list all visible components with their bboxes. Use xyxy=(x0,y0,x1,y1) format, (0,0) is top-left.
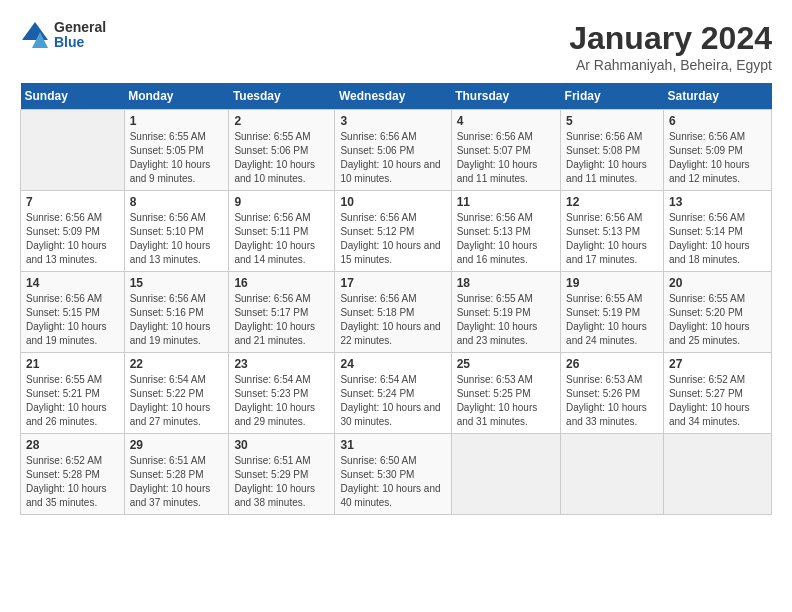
day-info: Sunrise: 6:55 AM Sunset: 5:06 PM Dayligh… xyxy=(234,130,329,186)
day-info: Sunrise: 6:54 AM Sunset: 5:22 PM Dayligh… xyxy=(130,373,224,429)
day-info: Sunrise: 6:54 AM Sunset: 5:23 PM Dayligh… xyxy=(234,373,329,429)
day-info: Sunrise: 6:56 AM Sunset: 5:09 PM Dayligh… xyxy=(26,211,119,267)
header-tuesday: Tuesday xyxy=(229,83,335,110)
day-info: Sunrise: 6:56 AM Sunset: 5:13 PM Dayligh… xyxy=(457,211,555,267)
day-number: 26 xyxy=(566,357,658,371)
day-number: 25 xyxy=(457,357,555,371)
day-number: 4 xyxy=(457,114,555,128)
day-number: 1 xyxy=(130,114,224,128)
day-info: Sunrise: 6:55 AM Sunset: 5:20 PM Dayligh… xyxy=(669,292,766,348)
day-number: 29 xyxy=(130,438,224,452)
day-cell: 9Sunrise: 6:56 AM Sunset: 5:11 PM Daylig… xyxy=(229,191,335,272)
day-info: Sunrise: 6:55 AM Sunset: 5:19 PM Dayligh… xyxy=(566,292,658,348)
day-cell: 13Sunrise: 6:56 AM Sunset: 5:14 PM Dayli… xyxy=(663,191,771,272)
day-number: 5 xyxy=(566,114,658,128)
day-cell: 18Sunrise: 6:55 AM Sunset: 5:19 PM Dayli… xyxy=(451,272,560,353)
day-cell: 22Sunrise: 6:54 AM Sunset: 5:22 PM Dayli… xyxy=(124,353,229,434)
day-number: 10 xyxy=(340,195,445,209)
day-number: 2 xyxy=(234,114,329,128)
day-info: Sunrise: 6:56 AM Sunset: 5:17 PM Dayligh… xyxy=(234,292,329,348)
day-number: 14 xyxy=(26,276,119,290)
day-cell: 28Sunrise: 6:52 AM Sunset: 5:28 PM Dayli… xyxy=(21,434,125,515)
title-section: January 2024 Ar Rahmaniyah, Beheira, Egy… xyxy=(569,20,772,73)
day-info: Sunrise: 6:51 AM Sunset: 5:29 PM Dayligh… xyxy=(234,454,329,510)
logo-blue-text: Blue xyxy=(54,35,106,50)
day-number: 31 xyxy=(340,438,445,452)
day-number: 28 xyxy=(26,438,119,452)
day-info: Sunrise: 6:56 AM Sunset: 5:06 PM Dayligh… xyxy=(340,130,445,186)
day-info: Sunrise: 6:52 AM Sunset: 5:28 PM Dayligh… xyxy=(26,454,119,510)
day-info: Sunrise: 6:56 AM Sunset: 5:18 PM Dayligh… xyxy=(340,292,445,348)
day-cell xyxy=(663,434,771,515)
week-row-1: 1Sunrise: 6:55 AM Sunset: 5:05 PM Daylig… xyxy=(21,110,772,191)
day-info: Sunrise: 6:56 AM Sunset: 5:10 PM Dayligh… xyxy=(130,211,224,267)
day-info: Sunrise: 6:56 AM Sunset: 5:11 PM Dayligh… xyxy=(234,211,329,267)
day-number: 13 xyxy=(669,195,766,209)
day-cell: 30Sunrise: 6:51 AM Sunset: 5:29 PM Dayli… xyxy=(229,434,335,515)
day-info: Sunrise: 6:55 AM Sunset: 5:05 PM Dayligh… xyxy=(130,130,224,186)
day-cell: 14Sunrise: 6:56 AM Sunset: 5:15 PM Dayli… xyxy=(21,272,125,353)
calendar-table: Sunday Monday Tuesday Wednesday Thursday… xyxy=(20,83,772,515)
day-info: Sunrise: 6:56 AM Sunset: 5:14 PM Dayligh… xyxy=(669,211,766,267)
day-cell: 12Sunrise: 6:56 AM Sunset: 5:13 PM Dayli… xyxy=(561,191,664,272)
header-row: Sunday Monday Tuesday Wednesday Thursday… xyxy=(21,83,772,110)
day-number: 17 xyxy=(340,276,445,290)
day-info: Sunrise: 6:53 AM Sunset: 5:25 PM Dayligh… xyxy=(457,373,555,429)
day-number: 27 xyxy=(669,357,766,371)
day-info: Sunrise: 6:52 AM Sunset: 5:27 PM Dayligh… xyxy=(669,373,766,429)
svg-marker-0 xyxy=(22,22,48,40)
calendar-header: Sunday Monday Tuesday Wednesday Thursday… xyxy=(21,83,772,110)
day-cell xyxy=(451,434,560,515)
day-cell: 27Sunrise: 6:52 AM Sunset: 5:27 PM Dayli… xyxy=(663,353,771,434)
header-wednesday: Wednesday xyxy=(335,83,451,110)
page-header: General Blue January 2024 Ar Rahmaniyah,… xyxy=(20,20,772,73)
day-info: Sunrise: 6:53 AM Sunset: 5:26 PM Dayligh… xyxy=(566,373,658,429)
logo: General Blue xyxy=(20,20,106,51)
day-cell: 7Sunrise: 6:56 AM Sunset: 5:09 PM Daylig… xyxy=(21,191,125,272)
day-info: Sunrise: 6:56 AM Sunset: 5:07 PM Dayligh… xyxy=(457,130,555,186)
day-info: Sunrise: 6:55 AM Sunset: 5:21 PM Dayligh… xyxy=(26,373,119,429)
day-number: 19 xyxy=(566,276,658,290)
day-cell: 25Sunrise: 6:53 AM Sunset: 5:25 PM Dayli… xyxy=(451,353,560,434)
day-cell: 16Sunrise: 6:56 AM Sunset: 5:17 PM Dayli… xyxy=(229,272,335,353)
logo-general-text: General xyxy=(54,20,106,35)
calendar-title: January 2024 xyxy=(569,20,772,57)
day-number: 11 xyxy=(457,195,555,209)
day-number: 22 xyxy=(130,357,224,371)
day-cell: 8Sunrise: 6:56 AM Sunset: 5:10 PM Daylig… xyxy=(124,191,229,272)
header-saturday: Saturday xyxy=(663,83,771,110)
day-cell: 5Sunrise: 6:56 AM Sunset: 5:08 PM Daylig… xyxy=(561,110,664,191)
header-thursday: Thursday xyxy=(451,83,560,110)
day-cell: 24Sunrise: 6:54 AM Sunset: 5:24 PM Dayli… xyxy=(335,353,451,434)
header-monday: Monday xyxy=(124,83,229,110)
day-info: Sunrise: 6:54 AM Sunset: 5:24 PM Dayligh… xyxy=(340,373,445,429)
day-cell: 1Sunrise: 6:55 AM Sunset: 5:05 PM Daylig… xyxy=(124,110,229,191)
day-number: 23 xyxy=(234,357,329,371)
day-cell: 29Sunrise: 6:51 AM Sunset: 5:28 PM Dayli… xyxy=(124,434,229,515)
day-info: Sunrise: 6:51 AM Sunset: 5:28 PM Dayligh… xyxy=(130,454,224,510)
day-number: 21 xyxy=(26,357,119,371)
day-cell: 10Sunrise: 6:56 AM Sunset: 5:12 PM Dayli… xyxy=(335,191,451,272)
week-row-5: 28Sunrise: 6:52 AM Sunset: 5:28 PM Dayli… xyxy=(21,434,772,515)
day-info: Sunrise: 6:55 AM Sunset: 5:19 PM Dayligh… xyxy=(457,292,555,348)
day-cell: 11Sunrise: 6:56 AM Sunset: 5:13 PM Dayli… xyxy=(451,191,560,272)
day-number: 7 xyxy=(26,195,119,209)
day-number: 15 xyxy=(130,276,224,290)
day-number: 3 xyxy=(340,114,445,128)
day-number: 20 xyxy=(669,276,766,290)
day-cell: 2Sunrise: 6:55 AM Sunset: 5:06 PM Daylig… xyxy=(229,110,335,191)
day-cell xyxy=(21,110,125,191)
day-cell: 26Sunrise: 6:53 AM Sunset: 5:26 PM Dayli… xyxy=(561,353,664,434)
header-friday: Friday xyxy=(561,83,664,110)
week-row-2: 7Sunrise: 6:56 AM Sunset: 5:09 PM Daylig… xyxy=(21,191,772,272)
day-cell: 3Sunrise: 6:56 AM Sunset: 5:06 PM Daylig… xyxy=(335,110,451,191)
day-cell: 21Sunrise: 6:55 AM Sunset: 5:21 PM Dayli… xyxy=(21,353,125,434)
logo-text: General Blue xyxy=(54,20,106,51)
day-cell: 19Sunrise: 6:55 AM Sunset: 5:19 PM Dayli… xyxy=(561,272,664,353)
day-number: 6 xyxy=(669,114,766,128)
day-info: Sunrise: 6:56 AM Sunset: 5:13 PM Dayligh… xyxy=(566,211,658,267)
day-info: Sunrise: 6:56 AM Sunset: 5:08 PM Dayligh… xyxy=(566,130,658,186)
week-row-4: 21Sunrise: 6:55 AM Sunset: 5:21 PM Dayli… xyxy=(21,353,772,434)
day-cell: 17Sunrise: 6:56 AM Sunset: 5:18 PM Dayli… xyxy=(335,272,451,353)
day-info: Sunrise: 6:50 AM Sunset: 5:30 PM Dayligh… xyxy=(340,454,445,510)
